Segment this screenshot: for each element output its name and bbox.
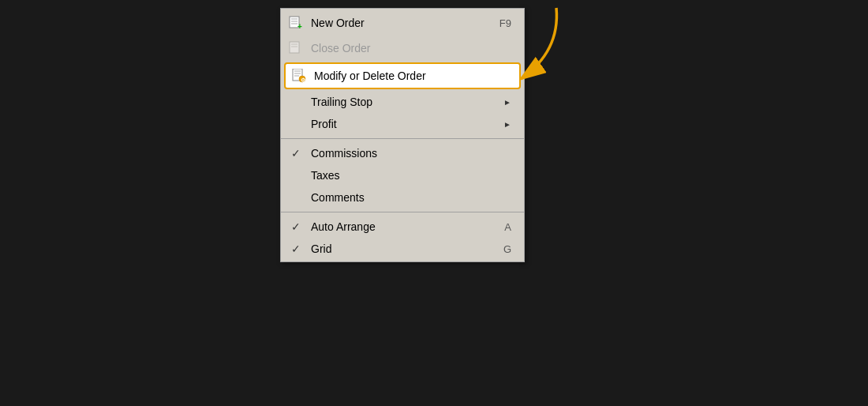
new-order-shortcut: F9 — [499, 17, 511, 29]
taxes-label: Taxes — [311, 169, 511, 182]
close-order-icon — [287, 39, 305, 57]
menu-item-commissions[interactable]: ✓ Commissions — [281, 142, 524, 164]
svg-rect-6 — [290, 42, 299, 53]
commissions-check: ✓ — [287, 147, 305, 160]
auto-arrange-label: Auto Arrange — [311, 220, 473, 233]
menu-item-trailing-stop[interactable]: Trailing Stop ► — [281, 91, 524, 113]
separator-2 — [281, 212, 524, 212]
menu-item-grid[interactable]: ✓ Grid G — [281, 238, 524, 260]
menu-item-auto-arrange[interactable]: ✓ Auto Arrange A — [281, 216, 524, 238]
svg-text:+: + — [297, 22, 302, 30]
grid-label: Grid — [311, 242, 472, 255]
menu-item-new-order[interactable]: + New Order F9 — [281, 10, 524, 36]
modify-order-icon: ⚙ — [290, 67, 308, 85]
new-order-icon: + — [287, 14, 305, 32]
menu-item-taxes[interactable]: Taxes — [281, 164, 524, 186]
menu-item-profit[interactable]: Profit ► — [281, 113, 524, 135]
commissions-label: Commissions — [311, 147, 511, 160]
grid-shortcut: G — [503, 243, 511, 255]
new-order-label: New Order — [311, 17, 468, 29]
grid-check: ✓ — [287, 242, 305, 255]
trailing-stop-submenu-arrow: ► — [503, 98, 511, 107]
modify-delete-order-label: Modify or Delete Order — [314, 70, 508, 82]
trailing-stop-label: Trailing Stop — [311, 96, 503, 108]
auto-arrange-check: ✓ — [287, 220, 305, 233]
svg-text:⚙: ⚙ — [301, 77, 305, 83]
context-menu: + New Order F9 Close Order — [280, 8, 525, 262]
auto-arrange-shortcut: A — [504, 221, 511, 233]
context-menu-wrapper: + New Order F9 Close Order — [280, 8, 525, 262]
comments-label: Comments — [311, 191, 511, 204]
profit-submenu-arrow: ► — [503, 120, 511, 129]
menu-item-close-order[interactable]: Close Order — [281, 36, 524, 61]
profit-label: Profit — [311, 118, 503, 130]
menu-item-comments[interactable]: Comments — [281, 186, 524, 209]
close-order-label: Close Order — [311, 42, 511, 55]
menu-item-modify-delete-order[interactable]: ⚙ Modify or Delete Order — [284, 62, 521, 89]
separator-1 — [281, 138, 524, 139]
